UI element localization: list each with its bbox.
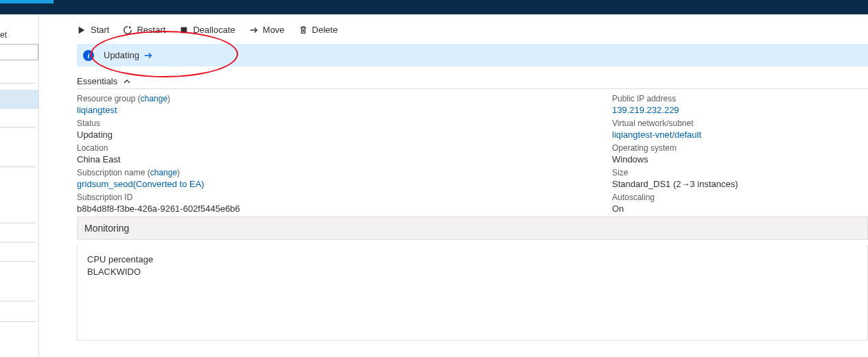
monitoring-header: Monitoring: [77, 217, 868, 240]
status-label: Status: [77, 118, 612, 129]
deallocate-label: Deallocate: [193, 25, 235, 35]
resource-group-link[interactable]: liqiangtest: [77, 104, 612, 116]
svg-rect-0: [181, 27, 187, 33]
arrow-right-icon: [249, 25, 259, 35]
sidebar-divider: [0, 167, 36, 167]
location-value: China East: [77, 153, 612, 166]
size-value: Standard_DS1 (2→3 instances): [612, 178, 868, 190]
size-label: Size: [612, 167, 868, 178]
restart-button[interactable]: Restart: [123, 25, 165, 35]
chevron-up-icon: [123, 77, 131, 86]
start-label: Start: [91, 25, 109, 35]
subscription-name-link[interactable]: gridsum_seod(Converted to EA): [77, 178, 612, 190]
monitoring-section: Monitoring CPU percentage BLACKWIDO: [77, 217, 868, 341]
vnet-label: Virtual network/subnet: [612, 118, 868, 129]
essentials-grid: Resource group (change) liqiangtest Stat…: [77, 93, 868, 217]
subscription-id-value: b8b4d8f8-f3be-426a-9261-602f5445e6b6: [77, 203, 612, 215]
monitoring-tile[interactable]: CPU percentage BLACKWIDO: [77, 245, 868, 341]
command-toolbar: Start Restart Deallocate Move Delete: [77, 25, 338, 35]
delete-label: Delete: [312, 25, 338, 35]
status-value: Updating: [77, 129, 612, 141]
sidebar-search-input[interactable]: [0, 44, 38, 60]
monitoring-metric: CPU percentage: [87, 254, 858, 266]
top-bar-highlight: [0, 0, 54, 3]
left-sidebar: et: [0, 14, 39, 357]
start-button[interactable]: Start: [77, 25, 109, 35]
restart-icon: [123, 25, 132, 35]
status-banner[interactable]: i Updating: [77, 44, 868, 66]
info-icon: i: [83, 50, 94, 61]
sidebar-divider: [0, 83, 36, 84]
location-label: Location: [77, 143, 612, 153]
stop-icon: [179, 25, 189, 35]
arrow-right-icon: [143, 51, 153, 60]
delete-button[interactable]: Delete: [298, 25, 338, 35]
trash-icon: [298, 25, 308, 35]
play-icon: [77, 25, 86, 35]
essentials-toggle[interactable]: Essentials: [77, 76, 131, 86]
restart-label: Restart: [137, 25, 165, 35]
sidebar-divider: [0, 223, 36, 223]
sidebar-divider: [0, 321, 36, 322]
essentials-divider: [77, 88, 868, 89]
os-label: Operating system: [612, 143, 868, 153]
status-banner-text: Updating: [104, 50, 139, 60]
subscription-name-change-link[interactable]: change: [150, 168, 177, 177]
sidebar-divider: [0, 242, 36, 243]
sidebar-divider: [0, 301, 36, 301]
autoscaling-value: On: [612, 203, 868, 215]
move-button[interactable]: Move: [249, 25, 285, 35]
sidebar-divider: [0, 261, 36, 262]
sidebar-active-item[interactable]: [0, 90, 38, 109]
os-value: Windows: [612, 153, 868, 166]
essentials-left-column: Resource group (change) liqiangtest Stat…: [77, 93, 612, 217]
public-ip-link[interactable]: 139.219.232.229: [612, 104, 868, 116]
top-bar: [0, 0, 868, 14]
essentials-title: Essentials: [77, 76, 117, 86]
vnet-link[interactable]: liqiangtest-vnet/default: [612, 129, 868, 141]
monitoring-target: BLACKWIDO: [87, 266, 858, 278]
resource-group-change-link[interactable]: change: [141, 94, 167, 103]
move-label: Move: [263, 25, 285, 35]
subscription-name-label: Subscription name (change): [77, 167, 612, 178]
subscription-id-label: Subscription ID: [77, 192, 612, 203]
resource-group-label: Resource group (change): [77, 93, 612, 104]
autoscaling-label: Autoscaling: [612, 192, 868, 203]
sidebar-divider: [0, 127, 36, 127]
public-ip-label: Public IP address: [612, 93, 868, 104]
deallocate-button[interactable]: Deallocate: [179, 25, 235, 35]
essentials-right-column: Public IP address 139.219.232.229 Virtua…: [612, 93, 868, 217]
main-pane: Start Restart Deallocate Move Delete i U…: [39, 14, 868, 357]
sidebar-label: et: [0, 30, 7, 40]
